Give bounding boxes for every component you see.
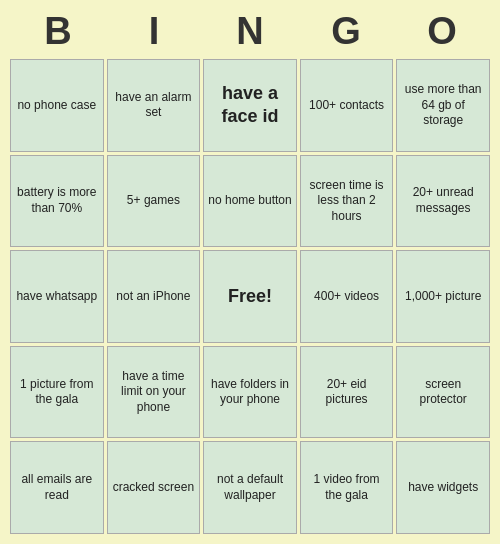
- bingo-cell: no home button: [203, 155, 297, 248]
- header-letter: I: [110, 10, 198, 53]
- bingo-cell: 100+ contacts: [300, 59, 394, 152]
- bingo-cell: all emails are read: [10, 441, 104, 534]
- header-letter: G: [302, 10, 390, 53]
- bingo-cell: Free!: [203, 250, 297, 343]
- bingo-cell: not a default wallpaper: [203, 441, 297, 534]
- bingo-cell: screen protector: [396, 346, 490, 439]
- bingo-cell: have a time limit on your phone: [107, 346, 201, 439]
- header-letter: B: [14, 10, 102, 53]
- bingo-cell: 20+ eid pictures: [300, 346, 394, 439]
- bingo-cell: screen time is less than 2 hours: [300, 155, 394, 248]
- bingo-cell: have widgets: [396, 441, 490, 534]
- bingo-cell: 1 video from the gala: [300, 441, 394, 534]
- bingo-cell: 1 picture from the gala: [10, 346, 104, 439]
- bingo-cell: 5+ games: [107, 155, 201, 248]
- bingo-cell: 20+ unread messages: [396, 155, 490, 248]
- header-letter: N: [206, 10, 294, 53]
- bingo-cell: use more than 64 gb of storage: [396, 59, 490, 152]
- bingo-cell: battery is more than 70%: [10, 155, 104, 248]
- bingo-cell: have an alarm set: [107, 59, 201, 152]
- bingo-grid: no phone casehave an alarm sethave a fac…: [10, 59, 490, 534]
- bingo-cell: have whatsapp: [10, 250, 104, 343]
- header-letter: O: [398, 10, 486, 53]
- bingo-cell: not an iPhone: [107, 250, 201, 343]
- bingo-cell: 400+ videos: [300, 250, 394, 343]
- bingo-cell: 1,000+ picture: [396, 250, 490, 343]
- bingo-cell: no phone case: [10, 59, 104, 152]
- bingo-header: BINGO: [10, 10, 490, 53]
- bingo-cell: have folders in your phone: [203, 346, 297, 439]
- bingo-cell: have a face id: [203, 59, 297, 152]
- bingo-cell: cracked screen: [107, 441, 201, 534]
